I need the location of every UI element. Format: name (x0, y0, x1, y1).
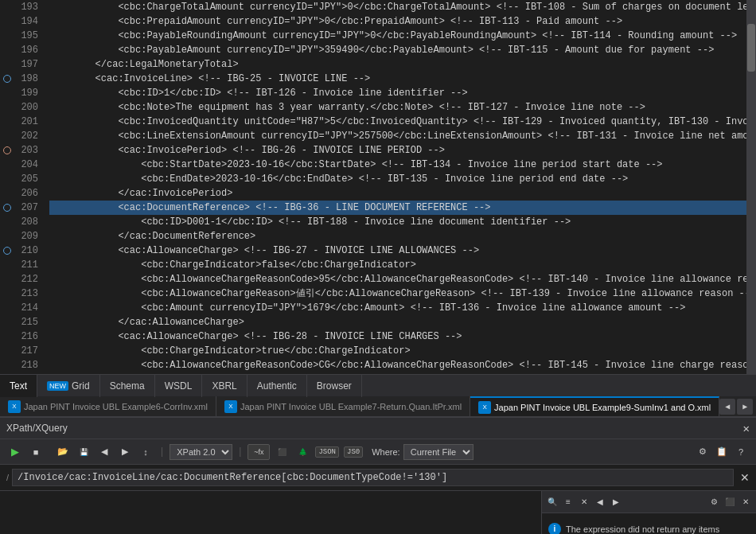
results-close-btn[interactable]: ✕ (738, 495, 753, 509)
editor-mode-tab-wsdl[interactable]: WSDL (155, 375, 203, 397)
code-line: <cbc:AllowanceChargeReasonCode>95</cbc:A… (49, 272, 746, 286)
xpath-save-button[interactable]: 💾 (75, 444, 92, 460)
editor-mode-tab-text[interactable]: Text (0, 375, 37, 397)
xpath-panel-title: XPath/XQuery (6, 423, 68, 434)
code-line: <cac:InvoiceLine> <!-- IBG-25 - INVOICE … (49, 72, 746, 86)
xpath-clear-button[interactable]: ✕ (737, 470, 753, 485)
results-message: The expression did not return any items (566, 524, 719, 534)
xpath-evaluate-button[interactable]: ~fx (247, 444, 270, 460)
line-number: 193 (14, 0, 43, 14)
xpath-back-button[interactable]: ◀ (95, 444, 113, 460)
xpath-history-button[interactable]: ↕ (137, 444, 154, 460)
gutter-cell (0, 244, 14, 258)
gutter-cell (0, 344, 14, 358)
fold-indicator[interactable] (3, 75, 11, 83)
results-expand-btn[interactable]: ⬛ (723, 495, 737, 509)
code-line: </cac:DocumentReference> (49, 229, 746, 244)
xpath-format-button[interactable]: ⬛ (273, 444, 290, 460)
line-number: 214 (14, 301, 43, 315)
xpath-open-button[interactable]: 📂 (54, 444, 72, 460)
gutter-cell (0, 272, 14, 286)
file-tab-icon: X (8, 400, 21, 413)
line-number: 198 (14, 72, 43, 86)
results-area: 🔍 ≡ ✕ ◀ ▶ ⚙ ⬛ ✕ i The expression did not… (0, 490, 756, 534)
xpath-panel-close[interactable]: ✕ (743, 422, 750, 435)
gutter-cell (0, 129, 14, 143)
line-number: 217 (14, 344, 43, 358)
gutter-cell (0, 286, 14, 301)
xpath-tree-button[interactable]: 🌲 (294, 444, 311, 460)
xpath-where-label: Where: (372, 447, 399, 457)
results-clear-btn[interactable]: ✕ (577, 495, 591, 509)
line-number: 203 (14, 143, 43, 158)
gutter-cell (0, 14, 14, 29)
results-filter-btn[interactable]: ≡ (561, 495, 575, 509)
xpath-help-btn[interactable]: ? (732, 444, 750, 460)
xpath-input-area: / ✕ (0, 465, 756, 490)
editor-mode-tab-browser[interactable]: Browser (307, 375, 362, 397)
gutter-cell (0, 43, 14, 57)
xpath-where-select[interactable]: Current File (403, 444, 473, 460)
editor-mode-tab-authentic[interactable]: Authentic (247, 375, 307, 397)
file-tab-2[interactable]: XJapan PINT Invoice UBL Example9-SumInv1… (470, 396, 719, 417)
editor-mode-tab-xbrl[interactable]: XBRL (202, 375, 247, 397)
xpath-path-prefix: / (6, 473, 9, 482)
scrollbar-thumb[interactable] (747, 24, 755, 72)
code-line: <cbc:AllowanceChargeReasonCode>CG</cbc:A… (49, 358, 746, 372)
gutter-cell (0, 72, 14, 86)
gutter-cell (0, 115, 14, 129)
results-settings-btn[interactable]: ⚙ (707, 495, 721, 509)
xpath-panel-header: XPath/XQuery ✕ (0, 417, 756, 439)
gutter-cell (0, 57, 14, 72)
code-line: <cac:DocumentReference> <!-- IBG-36 - LI… (49, 201, 746, 215)
line-number: 216 (14, 329, 43, 344)
info-icon: i (548, 523, 561, 535)
results-prev-btn[interactable]: ◀ (593, 495, 607, 509)
file-tab-0[interactable]: XJapan PINT Invoice UBL Example6-CorrInv… (0, 396, 216, 417)
xpath-run-button[interactable]: ▶ (6, 444, 24, 460)
line-number: 218 (14, 358, 43, 372)
gutter-cell (0, 358, 14, 372)
file-tab-1[interactable]: XJapan PINT Invoice UBL Example7-Return.… (216, 396, 470, 417)
fold-indicator-orange[interactable] (3, 146, 11, 154)
line-number: 210 (14, 244, 43, 258)
file-tab-prev[interactable]: ◀ (719, 399, 735, 415)
xpath-toolbar: ▶ ■ 📂 💾 ◀ ▶ ↕ | XPath 2.0 | ~fx ⬛ 🌲 JSON… (0, 439, 756, 465)
gutter (0, 0, 14, 374)
line-number: 197 (14, 57, 43, 72)
results-search-btn[interactable]: 🔍 (545, 495, 559, 509)
xpath-forward-button[interactable]: ▶ (116, 444, 134, 460)
line-number: 201 (14, 115, 43, 129)
code-line: <cac:InvoicePeriod> <!-- IBG-26 - INVOIC… (49, 143, 746, 158)
results-next-btn[interactable]: ▶ (609, 495, 623, 509)
code-line: <cbc:EndDate>2023-10-16</cbc:EndDate> <!… (49, 172, 746, 186)
xpath-options-btn[interactable]: 📋 (713, 444, 731, 460)
code-line: </cac:AllowanceCharge> (49, 315, 746, 329)
code-line: <cbc:ChargeIndicator>true</cbc:ChargeInd… (49, 344, 746, 358)
line-number: 202 (14, 129, 43, 143)
editor-area: 1931941951961971981992002012022032042052… (0, 0, 756, 374)
xpath-settings-group: ⚙ 📋 ? (694, 444, 750, 460)
line-numbers: 1931941951961971981992002012022032042052… (14, 0, 46, 374)
vertical-scrollbar[interactable] (746, 0, 756, 374)
editor-mode-tabs: TextNEWGridSchemaWSDLXBRLAuthenticBrowse… (0, 374, 756, 396)
fold-indicator[interactable] (3, 204, 11, 212)
code-line: <cbc:ID>1</cbc:ID> <!-- IBT-126 - Invoic… (49, 86, 746, 100)
code-line: <cbc:PayableAmount currencyID="JPY">3594… (49, 43, 746, 57)
file-tab-next[interactable]: ▶ (737, 399, 753, 415)
gutter-cell (0, 258, 14, 272)
xpath-version-select[interactable]: XPath 2.0 (170, 444, 232, 460)
gutter-cell (0, 186, 14, 201)
code-line: <cbc:Amount currencyID="JPY">1679</cbc:A… (49, 301, 746, 315)
fold-indicator[interactable] (3, 247, 11, 255)
xpath-input[interactable] (12, 469, 734, 486)
editor-mode-tab-grid[interactable]: NEWGrid (37, 375, 100, 397)
file-tab-icon: X (478, 401, 491, 414)
editor-mode-tab-schema[interactable]: Schema (100, 375, 155, 397)
code-line: <cbc:LineExtensionAmount currencyID="JPY… (49, 129, 746, 143)
line-number: 196 (14, 43, 43, 57)
code-line: <cbc:AllowanceChargeReason>値引</cbc:Allow… (49, 286, 746, 301)
xpath-settings-btn[interactable]: ⚙ (694, 444, 711, 460)
gutter-cell (0, 301, 14, 315)
xpath-stop-button[interactable]: ■ (27, 444, 45, 460)
